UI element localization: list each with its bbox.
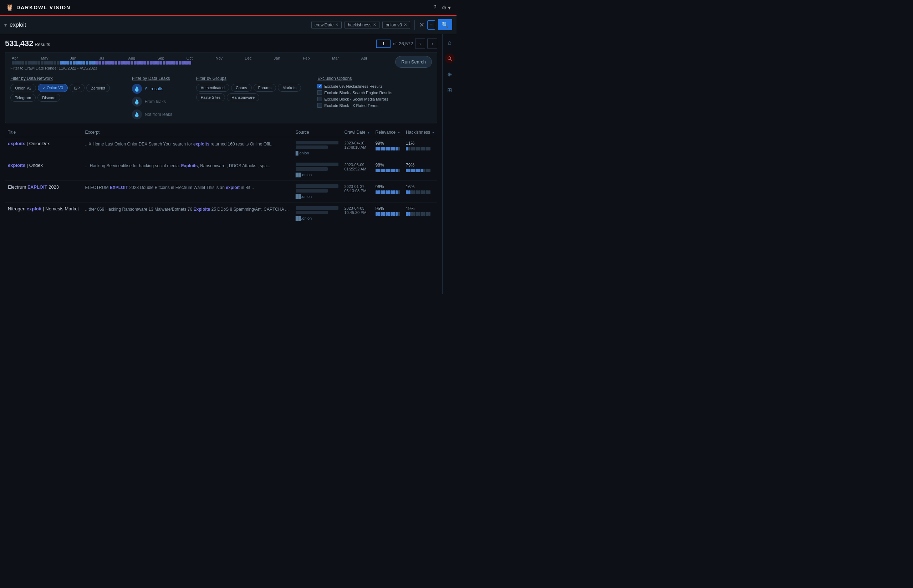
leak-all-icon: 💧	[132, 84, 142, 94]
filter-btn-ransomware[interactable]: Ransomware	[227, 94, 259, 101]
tbar-54	[185, 61, 188, 65]
filter-btn-markets[interactable]: Markets	[278, 84, 301, 92]
excl-checkbox-2[interactable]	[317, 97, 322, 101]
remove-tag-onionv3[interactable]: ✕	[404, 23, 407, 27]
tbar-53	[182, 61, 185, 65]
leak-all-results[interactable]: 💧 All results	[132, 84, 189, 94]
filter-btn-telegram[interactable]: Telegram	[10, 94, 36, 102]
excl-checkbox-3[interactable]	[317, 103, 322, 108]
filter-exclusions-section: Exclusion Options Exclude 0% Hackishness…	[317, 76, 432, 120]
month-jul: Jul	[99, 56, 128, 60]
excl-item-1[interactable]: Exclude Block - Search Engine Results	[317, 90, 432, 95]
sort-crawldate-icon: ▾	[368, 131, 370, 134]
tbar-36	[127, 61, 130, 65]
filter-groups-title: Filter by Groups	[196, 76, 311, 81]
run-search-button[interactable]: Run Search	[395, 56, 432, 68]
remove-tag-hackishness[interactable]: ✕	[373, 23, 376, 27]
crawl-range-label: Filter to Crawl Date Range: 11/6/2022 - …	[10, 66, 390, 70]
filter-btn-pastesites[interactable]: Paste Sites	[196, 94, 225, 101]
tbar-19	[73, 61, 76, 65]
next-page-button[interactable]: ›	[427, 39, 437, 48]
row1-title: exploits | OnionDex	[5, 137, 82, 159]
row3-title: Electrum EXPLOIT 2023	[5, 181, 82, 202]
search-go-button[interactable]: 🔍	[438, 19, 452, 30]
filter-options-button[interactable]: ≡	[427, 20, 435, 30]
tbar-5	[28, 61, 31, 65]
table-row[interactable]: exploits | OnionDex ...X Home Last Onion…	[5, 137, 437, 159]
results-header: 531,432 Results of 26,572 ‹ ›	[5, 39, 437, 48]
remove-tag-crawldate[interactable]: ✕	[335, 23, 338, 27]
clear-search-button[interactable]: ✕	[419, 21, 424, 29]
timeline-bars[interactable]	[10, 61, 390, 65]
sidebar-home-icon[interactable]: ⌂	[445, 38, 455, 48]
excl-item-3[interactable]: Exclude Block - X Rated Terms	[317, 103, 432, 108]
tbar-23	[86, 61, 89, 65]
top-bar-actions: ? ⚙ ▾	[433, 4, 451, 11]
prev-page-button[interactable]: ‹	[415, 39, 425, 48]
filter-btn-forums[interactable]: Forums	[254, 84, 276, 92]
excl-item-0[interactable]: Exclude 0% Hackishness Results	[317, 84, 432, 89]
help-icon[interactable]: ?	[433, 4, 436, 11]
tbar-2	[18, 61, 21, 65]
excl-label-1: Exclude Block - Search Engine Results	[324, 90, 392, 95]
filter-btn-chans[interactable]: Chans	[231, 84, 252, 92]
th-hackishness[interactable]: Hackishness ▾	[403, 128, 437, 137]
source-blur-2a	[296, 163, 338, 166]
search-tag-hackishness[interactable]: hackishness ✕	[344, 21, 380, 29]
leak-not-from-leaks[interactable]: 💧 Not from leaks	[132, 110, 189, 120]
filter-btn-i2p[interactable]: I2P	[69, 84, 85, 92]
row3-source: ██.onion	[293, 181, 342, 202]
tbar-37	[131, 61, 133, 65]
month-nov: Nov	[215, 56, 245, 60]
row2-crawldate: 2023-03-0901:25:52 AM	[341, 159, 372, 181]
tbar-24	[89, 61, 92, 65]
tbar-10	[44, 61, 47, 65]
tbar-9	[40, 61, 44, 65]
table-row[interactable]: Electrum EXPLOIT 2023 ELECTRUM EXPLOIT 2…	[5, 181, 437, 202]
filter-btn-onionv3[interactable]: ✓ Onion V3	[38, 84, 68, 92]
filter-network-title: Filter by Data Network	[10, 76, 125, 81]
th-excerpt: Excerpt	[82, 128, 292, 137]
settings-icon[interactable]: ⚙ ▾	[441, 4, 451, 11]
tbar-20	[76, 61, 79, 65]
filter-btn-zeronet[interactable]: ZeroNet	[86, 84, 110, 92]
excl-checkbox-0[interactable]	[317, 84, 322, 89]
sidebar-location-icon[interactable]: ⊕	[445, 69, 455, 79]
results-table: Title Excerpt Source Crawl Date ▾ Releva…	[5, 128, 437, 224]
svg-line-1	[451, 59, 452, 61]
tbar-4	[24, 61, 27, 65]
excl-checkbox-1[interactable]	[317, 90, 322, 95]
total-pages: 26,572	[399, 41, 413, 46]
filter-btn-authenticated[interactable]: Authenticated	[196, 84, 229, 92]
tbar-39	[137, 61, 140, 65]
month-feb: Feb	[303, 56, 332, 60]
leak-from-label: From leaks	[145, 99, 166, 104]
leak-from-leaks[interactable]: 💧 From leaks	[132, 97, 189, 107]
search-tag-onionv3[interactable]: onion v3 ✕	[382, 21, 410, 29]
table-row[interactable]: exploits | Ondex ... Hacking Serviceutil…	[5, 159, 437, 181]
search-dropdown-arrow[interactable]: ▾	[4, 22, 7, 28]
row4-hackishness: 19%	[403, 202, 437, 224]
th-crawldate[interactable]: Crawl Date ▾	[341, 128, 372, 137]
search-tag-crawldate[interactable]: crawlDate ✕	[311, 21, 342, 29]
th-relevance[interactable]: Relevance ▾	[373, 128, 403, 137]
results-count-block: 531,432 Results	[5, 39, 50, 48]
tbar-42	[147, 61, 149, 65]
sidebar-table-icon[interactable]: ⊞	[445, 85, 455, 95]
filter-exclusions-title: Exclusion Options	[317, 76, 432, 81]
table-row[interactable]: Nitrogen exploit | Nemesis Market ...the…	[5, 202, 437, 224]
source-domain-3: ██.onion	[296, 194, 339, 199]
page-number-input[interactable]	[376, 40, 391, 48]
tbar-44	[153, 61, 156, 65]
tbar-29	[105, 61, 108, 65]
leak-all-label: All results	[145, 86, 163, 91]
tbar-43	[150, 61, 153, 65]
search-input[interactable]	[10, 22, 309, 28]
excl-item-2[interactable]: Exclude Block - Social Media Mirrors	[317, 97, 432, 101]
filter-btn-discord[interactable]: Discord	[37, 94, 60, 102]
tbar-12	[50, 61, 53, 65]
search-bar: ▾ crawlDate ✕ hackishness ✕ onion v3 ✕ ✕…	[0, 16, 457, 34]
tbar-26	[95, 61, 98, 65]
filter-btn-onionv2[interactable]: Onion V2	[10, 84, 36, 92]
sidebar-search-icon[interactable]	[445, 53, 455, 63]
